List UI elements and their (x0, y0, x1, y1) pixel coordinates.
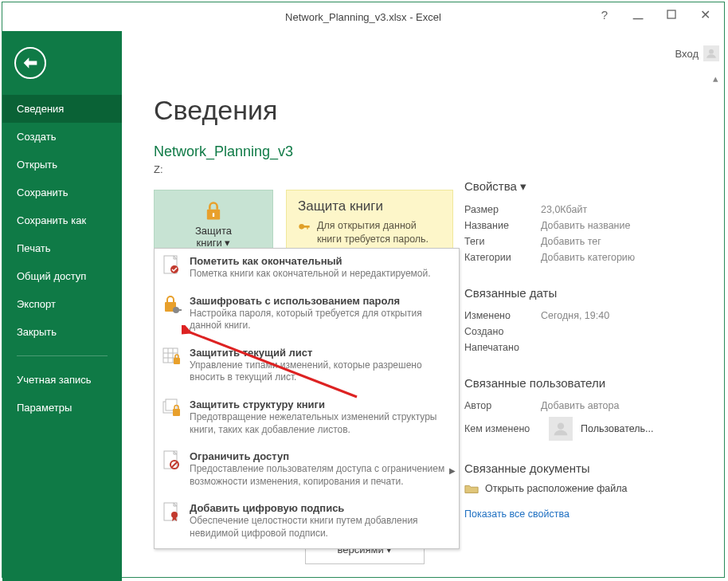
window-title: Network_Planning_v3.xlsx - Excel (285, 11, 441, 23)
svg-point-26 (558, 423, 564, 430)
document-final-icon (162, 255, 182, 276)
svg-rect-0 (667, 10, 675, 18)
sidebar-item-account[interactable]: Учетная запись (2, 366, 122, 394)
document-path: Z: (154, 163, 700, 175)
svg-rect-20 (173, 409, 180, 416)
prop-label-categories: Категории (464, 252, 541, 263)
svg-rect-3 (213, 213, 214, 217)
sidebar-item-export[interactable]: Экспорт (2, 290, 122, 318)
svg-rect-6 (307, 226, 307, 230)
folder-icon (464, 483, 479, 494)
prop-value-categories[interactable]: Добавить категорию (541, 252, 635, 263)
help-button[interactable]: ? (593, 6, 616, 23)
date-value-modified: Сегодня, 19:40 (541, 310, 609, 321)
related-users-header: Связанные пользователи (464, 376, 695, 390)
user-label-modifiedby: Кем изменено (464, 423, 541, 434)
sidebar-item-save[interactable]: Сохранить (2, 179, 122, 206)
restore-button[interactable] (660, 6, 683, 23)
properties-header[interactable]: Свойства ▾ (464, 179, 695, 194)
date-label-created: Создано (464, 326, 541, 337)
open-file-location[interactable]: Открыть расположение файла (464, 483, 695, 494)
user-avatar-icon (549, 417, 573, 441)
user-value-author[interactable]: Добавить автора (541, 400, 619, 411)
menu-restrict-access[interactable]: Ограничить доступ Предоставление пользов… (155, 444, 459, 496)
show-all-properties-link[interactable]: Показать все свойства (464, 508, 695, 520)
date-label-modified: Изменено (464, 310, 541, 321)
menu-encrypt-password[interactable]: Зашифровать с использованием пароля Наст… (155, 289, 459, 340)
menu-digital-signature[interactable]: Добавить цифровую подпись Обеспечение це… (155, 496, 459, 548)
sidebar-item-info[interactable]: Сведения (2, 95, 122, 123)
user-value-modifiedby: Пользователь... (581, 423, 654, 434)
date-label-printed: Напечатано (464, 342, 541, 353)
sidebar-item-new[interactable]: Создать (2, 123, 122, 151)
sidebar-item-options[interactable]: Параметры (2, 394, 122, 422)
protect-status-title: Защита книги (298, 198, 441, 214)
protect-workbook-menu: Пометить как окончательный Пометка книги… (154, 248, 460, 549)
structure-lock-icon (162, 398, 182, 419)
protect-button-label: Защита книги ▾ (195, 226, 232, 249)
document-block-icon (162, 450, 182, 471)
prop-value-title[interactable]: Добавить название (541, 220, 630, 231)
sheet-lock-icon (162, 347, 182, 367)
menu-protect-sheet[interactable]: Защитить текущий лист Управление типами … (155, 340, 459, 392)
backstage-sidebar: Сведения Создать Открыть Сохранить Сохра… (2, 31, 122, 581)
sidebar-item-open[interactable]: Открыть (2, 151, 122, 179)
close-button[interactable]: ✕ (694, 6, 716, 23)
prop-label-title: Название (464, 220, 541, 231)
protect-status-text: Для открытия данной книги требуется паро… (317, 219, 441, 246)
sidebar-item-print[interactable]: Печать (2, 234, 122, 262)
sidebar-item-saveas[interactable]: Сохранить как (2, 206, 122, 234)
menu-protect-structure[interactable]: Защитить структуру книги Предотвращение … (155, 392, 459, 444)
document-ribbon-icon (162, 502, 182, 523)
sidebar-item-close[interactable]: Закрыть (2, 318, 122, 346)
prop-label-tags: Теги (464, 236, 541, 247)
related-dates-header: Связанные даты (464, 286, 695, 300)
svg-point-25 (171, 512, 178, 518)
menu-mark-final[interactable]: Пометить как окончательный Пометка книги… (155, 249, 459, 289)
sidebar-item-share[interactable]: Общий доступ (2, 262, 122, 290)
svg-rect-5 (303, 226, 310, 228)
page-heading: Сведения (154, 95, 700, 126)
prop-value-size: 23,0Кбайт (541, 204, 587, 215)
svg-rect-11 (178, 309, 182, 311)
svg-rect-17 (174, 358, 180, 364)
lock-icon (202, 200, 225, 222)
back-button[interactable] (14, 47, 46, 79)
prop-value-tags[interactable]: Добавить тег (541, 236, 601, 247)
chevron-right-icon: ▶ (449, 465, 456, 474)
related-docs-header: Связанные документы (464, 461, 695, 475)
lock-key-icon (162, 295, 182, 316)
prop-label-size: Размер (464, 204, 541, 215)
minimize-button[interactable]: _ (627, 2, 649, 19)
user-label-author: Автор (464, 400, 541, 411)
document-name: Network_Planning_v3 (154, 143, 700, 160)
key-icon (298, 219, 311, 246)
